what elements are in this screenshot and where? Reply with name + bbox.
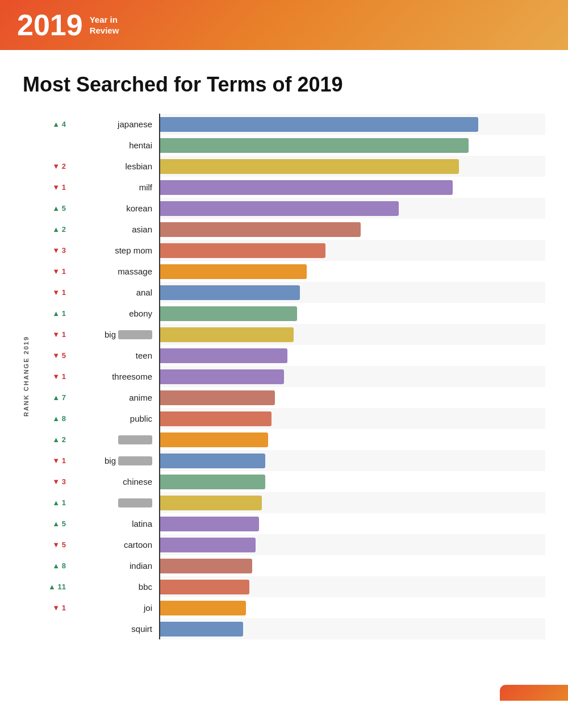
- bar-row: [160, 555, 545, 576]
- bar-row: [160, 324, 545, 345]
- term-cell: latina: [68, 513, 159, 534]
- header: 2019 Year in Review: [0, 0, 568, 50]
- header-subtitle-line2: Review: [90, 25, 119, 36]
- bar: [160, 580, 249, 594]
- term-cell: ebony: [68, 303, 159, 324]
- rank-cell: ▼ 1: [34, 177, 68, 198]
- rank-cell: ▲ 11: [34, 576, 68, 597]
- rank-cell: ▲ 5: [34, 513, 68, 534]
- bar: [160, 369, 284, 384]
- term-cell: anime: [68, 387, 159, 408]
- term-cell: milf: [68, 177, 159, 198]
- bar-row: [160, 345, 545, 366]
- bar: [160, 411, 272, 426]
- rank-cell: ▼ 1: [34, 261, 68, 282]
- term-cell: step mom: [68, 240, 159, 261]
- bar: [160, 348, 287, 363]
- bar: [160, 264, 307, 279]
- term-cell: asian: [68, 219, 159, 240]
- bar: [160, 622, 243, 637]
- y-axis-label: RANK CHANGE 2019: [23, 336, 30, 417]
- term-cell: big: [68, 324, 159, 345]
- rank-cell: ▲ 4: [34, 114, 68, 135]
- chart-container: RANK CHANGE 2019 ▲ 4▼ 2▼ 1▲ 5▲ 2▼ 3▼ 1▼ …: [23, 114, 545, 639]
- term-cell: massage: [68, 261, 159, 282]
- bar: [160, 517, 259, 531]
- bar-row: [160, 534, 545, 555]
- term-cell: public: [68, 408, 159, 429]
- term-cell: [68, 429, 159, 450]
- rank-cell: ▼ 1: [34, 450, 68, 471]
- rank-cell: [34, 618, 68, 639]
- bar: [160, 222, 361, 237]
- bar-row: [160, 219, 545, 240]
- bar: [160, 475, 265, 489]
- bar-row: [160, 303, 545, 324]
- bar: [160, 496, 262, 510]
- rank-cell: ▲ 5: [34, 198, 68, 219]
- bar-row: [160, 261, 545, 282]
- bar-row: [160, 156, 545, 177]
- rank-cell: ▲ 7: [34, 387, 68, 408]
- term-cell: bbc: [68, 576, 159, 597]
- rank-cell: ▲ 1: [34, 303, 68, 324]
- bar-row: [160, 282, 545, 303]
- term-cell: joi: [68, 597, 159, 618]
- rank-cell: ▲ 1: [34, 492, 68, 513]
- term-label-column: japanesehentailesbianmilfkoreanasianstep…: [68, 114, 159, 639]
- rank-cell: ▼ 5: [34, 534, 68, 555]
- bar: [160, 454, 265, 468]
- header-subtitle: Year in Review: [90, 14, 119, 36]
- bar: [160, 117, 478, 132]
- term-cell: korean: [68, 198, 159, 219]
- bar: [160, 306, 297, 321]
- bar: [160, 138, 469, 153]
- bar-row: [160, 177, 545, 198]
- bar-row: [160, 387, 545, 408]
- rank-cell: ▼ 5: [34, 345, 68, 366]
- bar-row: [160, 240, 545, 261]
- rank-cell: ▲ 2: [34, 219, 68, 240]
- bar-row: [160, 450, 545, 471]
- rank-cell: ▼ 3: [34, 471, 68, 492]
- bar: [160, 390, 275, 405]
- rank-cell: [34, 135, 68, 156]
- bar: [160, 559, 252, 573]
- footer: [0, 685, 568, 701]
- main-content: Most Searched for Terms of 2019 RANK CHA…: [0, 50, 568, 673]
- bar-row: [160, 576, 545, 597]
- rank-cell: ▼ 3: [34, 240, 68, 261]
- term-cell: squirt: [68, 618, 159, 639]
- bar-row: [160, 114, 545, 135]
- bar: [160, 201, 399, 216]
- header-subtitle-line1: Year in: [90, 14, 119, 26]
- bar: [160, 538, 256, 552]
- term-cell: chinese: [68, 471, 159, 492]
- term-cell: teen: [68, 345, 159, 366]
- bar-row: [160, 135, 545, 156]
- rank-cell: ▲ 8: [34, 555, 68, 576]
- bar-row: [160, 366, 545, 387]
- bar: [160, 285, 300, 300]
- term-cell: threesome: [68, 366, 159, 387]
- bar-row: [160, 618, 545, 639]
- chart-title: Most Searched for Terms of 2019: [23, 73, 545, 97]
- term-cell: anal: [68, 282, 159, 303]
- bar: [160, 327, 294, 342]
- term-cell: hentai: [68, 135, 159, 156]
- term-cell: big: [68, 450, 159, 471]
- rank-cell: ▼ 1: [34, 282, 68, 303]
- bar: [160, 432, 268, 447]
- term-cell: japanese: [68, 114, 159, 135]
- bars-column: [159, 114, 545, 639]
- rank-cell: ▲ 8: [34, 408, 68, 429]
- bar: [160, 243, 325, 258]
- term-cell: indian: [68, 555, 159, 576]
- rank-change-column: ▲ 4▼ 2▼ 1▲ 5▲ 2▼ 3▼ 1▼ 1▲ 1▼ 1▼ 5▼ 1▲ 7▲…: [34, 114, 68, 639]
- bar-row: [160, 198, 545, 219]
- rank-cell: ▲ 2: [34, 429, 68, 450]
- bar: [160, 180, 453, 195]
- term-cell: lesbian: [68, 156, 159, 177]
- bar: [160, 159, 459, 174]
- bar-row: [160, 471, 545, 492]
